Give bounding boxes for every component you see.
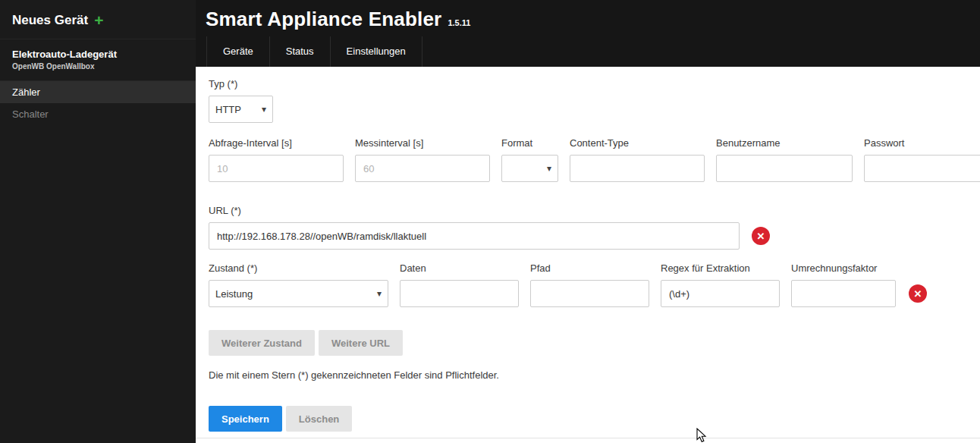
typ-group: Typ (*) HTTP: [209, 78, 980, 123]
benutzername-label: Benutzername: [716, 137, 853, 149]
content-type-label: Content-Type: [570, 137, 705, 149]
abfrage-interval-input[interactable]: [209, 155, 344, 182]
format-label: Format: [501, 137, 558, 149]
nav-tabs: Geräte Status Einstellungen: [196, 36, 980, 67]
new-device-button[interactable]: Neues Gerät +: [0, 0, 196, 39]
form-content: Typ (*) HTTP Abfrage-Interval [s] Messin…: [196, 67, 980, 443]
passwort-input[interactable]: [864, 155, 980, 182]
daten-input[interactable]: [400, 280, 519, 307]
umrechnungsfaktor-input[interactable]: [791, 280, 896, 307]
main-area: Smart Appliance Enabler 1.5.11 Geräte St…: [196, 0, 980, 443]
app-window: Neues Gerät + Elektroauto-Ladegerät Open…: [0, 0, 980, 443]
typ-select[interactable]: HTTP: [209, 96, 273, 123]
required-fields-note: Die mit einem Stern (*) gekennzeichneten…: [209, 369, 980, 381]
sidebar: Neues Gerät + Elektroauto-Ladegerät Open…: [0, 0, 196, 443]
messinterval-label: Messinterval [s]: [355, 137, 490, 149]
app-version: 1.5.11: [448, 18, 470, 27]
app-title: Smart Appliance Enabler: [206, 8, 441, 31]
new-device-label: Neues Gerät: [12, 13, 88, 28]
tab-status[interactable]: Status: [269, 36, 330, 67]
daten-label: Daten: [400, 262, 519, 274]
zustand-delete-button[interactable]: ✕: [909, 284, 927, 303]
device-subtitle: OpenWB OpenWallbox: [12, 62, 184, 71]
add-buttons-row: Weiterer Zustand Weitere URL: [209, 330, 980, 356]
tab-geraete[interactable]: Geräte: [206, 36, 269, 67]
device-name: Elektroauto-Ladegerät: [12, 49, 184, 60]
typ-label: Typ (*): [209, 78, 980, 90]
title-row: Smart Appliance Enabler 1.5.11: [196, 0, 980, 36]
url-input[interactable]: [209, 222, 740, 250]
format-select[interactable]: [501, 155, 558, 182]
url-row: URL (*) ✕: [209, 205, 980, 250]
passwort-label: Passwort: [864, 137, 980, 149]
content-type-input[interactable]: [570, 155, 705, 182]
weitere-url-button[interactable]: Weitere URL: [319, 330, 403, 356]
weiterer-zustand-button[interactable]: Weiterer Zustand: [209, 330, 315, 356]
pfad-input[interactable]: [530, 280, 649, 307]
sidebar-item-label: Schalter: [12, 108, 49, 120]
http-options-row: Abfrage-Interval [s] Messinterval [s] Fo…: [209, 137, 980, 182]
zustand-row: Zustand (*) Leistung Daten Pfad: [209, 262, 980, 307]
action-buttons-row: Speichern Löschen: [209, 406, 980, 432]
messinterval-input[interactable]: [355, 155, 490, 182]
abfrage-interval-label: Abfrage-Interval [s]: [209, 137, 344, 149]
zustand-select[interactable]: Leistung: [209, 280, 388, 307]
sidebar-item-schalter[interactable]: Schalter: [0, 103, 196, 125]
plus-icon: +: [94, 12, 103, 28]
loeschen-button[interactable]: Löschen: [286, 406, 352, 432]
speichern-button[interactable]: Speichern: [209, 406, 282, 432]
topbar: Smart Appliance Enabler 1.5.11 Geräte St…: [196, 0, 980, 67]
benutzername-input[interactable]: [716, 155, 853, 182]
sidebar-item-label: Zähler: [12, 86, 40, 98]
sidebar-device-header[interactable]: Elektroauto-Ladegerät OpenWB OpenWallbox: [0, 39, 196, 81]
regex-label: Regex für Extraktion: [661, 262, 780, 274]
umrechnungsfaktor-label: Umrechnungsfaktor: [791, 262, 896, 274]
tab-einstellungen[interactable]: Einstellungen: [330, 36, 422, 67]
sidebar-item-zaehler[interactable]: Zähler: [0, 81, 196, 103]
zustand-label: Zustand (*): [209, 262, 388, 274]
bottom-divider: [196, 438, 980, 438]
url-delete-button[interactable]: ✕: [752, 227, 770, 245]
pfad-label: Pfad: [530, 262, 649, 274]
url-label: URL (*): [209, 205, 740, 216]
regex-input[interactable]: [661, 280, 780, 307]
